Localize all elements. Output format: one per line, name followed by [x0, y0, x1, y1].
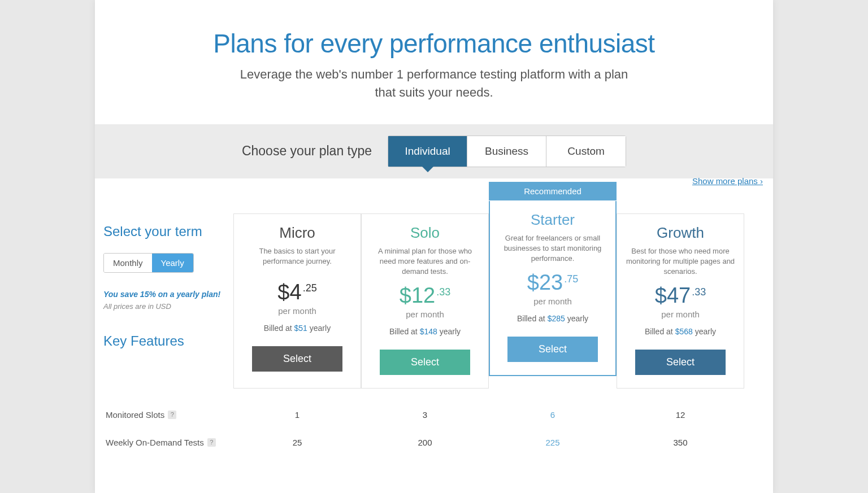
feature-value: 12: [617, 401, 744, 429]
plan-description: The basics to start your performance jou…: [242, 246, 353, 273]
billing-term-toggle: Monthly Yearly: [103, 253, 194, 273]
recommended-badge: Recommended: [489, 182, 617, 200]
billed-yearly: Billed at $148 yearly: [370, 327, 480, 336]
per-month-label: per month: [370, 309, 480, 319]
price-whole: $47: [655, 283, 691, 307]
currency-note: All prices are in USD: [103, 302, 228, 311]
select-term-title: Select your term: [103, 224, 228, 239]
term-monthly-option[interactable]: Monthly: [104, 254, 152, 272]
price-cents: .33: [692, 286, 706, 298]
plan-card: Micro The basics to start your performan…: [233, 213, 361, 389]
pricing-grid: Show more plans › Select your term Month…: [95, 178, 773, 456]
term-yearly-option[interactable]: Yearly: [152, 254, 193, 272]
feature-value: 225: [489, 429, 617, 456]
tab-custom[interactable]: Custom: [546, 136, 626, 167]
show-more-plans-link[interactable]: Show more plans ›: [692, 176, 763, 186]
plan-column-starter: Recommended Starter Great for freelancer…: [489, 201, 617, 389]
sidebar-column: Select your term Monthly Yearly You save…: [103, 201, 233, 389]
feature-value: 1: [233, 401, 361, 429]
plan-description: Great for freelancers or small businesse…: [498, 233, 607, 264]
plan-card: Growth Best for those who need more moni…: [617, 213, 744, 389]
plan-card: Solo A minimal plan for those who need m…: [361, 213, 489, 389]
plan-description: A minimal plan for those who need more f…: [370, 246, 480, 277]
price-whole: $4: [277, 280, 301, 304]
tab-business[interactable]: Business: [467, 136, 546, 167]
feature-value: 350: [617, 429, 744, 456]
price-cents: .25: [303, 282, 317, 294]
feature-value: 6: [489, 401, 617, 429]
per-month-label: per month: [242, 306, 353, 316]
yearly-savings-note: You save 15% on a yearly plan!: [103, 290, 228, 299]
feature-label-weekly-tests: Weekly On-Demand Tests ?: [103, 429, 233, 456]
select-plan-button[interactable]: Select: [252, 346, 343, 372]
plan-name: Micro: [242, 224, 353, 242]
billed-yearly: Billed at $568 yearly: [625, 327, 736, 336]
plan-name: Starter: [498, 211, 607, 229]
select-plan-button[interactable]: Select: [507, 337, 597, 362]
plan-name: Growth: [625, 224, 736, 242]
plan-type-tabs: Individual Business Custom: [388, 136, 626, 167]
plan-name: Solo: [370, 224, 480, 242]
feature-rows: Monitored Slots ? 1 3 6 12 Weekly On-Dem…: [103, 401, 744, 456]
plan-column-micro: Micro The basics to start your performan…: [233, 213, 361, 389]
billed-yearly: Billed at $285 yearly: [498, 314, 607, 323]
plan-column-solo: Solo A minimal plan for those who need m…: [361, 213, 489, 389]
plan-type-bar: Choose your plan type Individual Busines…: [95, 124, 773, 178]
price-cents: .75: [564, 273, 578, 285]
plan-description: Best for those who need more monitoring …: [625, 246, 736, 277]
plan-price: $23.75: [498, 272, 607, 293]
feature-value: 3: [361, 401, 489, 429]
feature-value: 25: [233, 429, 361, 456]
page-title: Plans for every performance enthusiast: [95, 28, 773, 59]
plan-price: $47.33: [625, 285, 736, 306]
tab-individual[interactable]: Individual: [388, 136, 467, 167]
plan-column-growth: Growth Best for those who need more moni…: [617, 213, 744, 389]
page-subtitle: Leverage the web's number 1 performance …: [231, 66, 637, 102]
select-plan-button[interactable]: Select: [635, 350, 726, 375]
per-month-label: per month: [625, 309, 736, 319]
price-whole: $23: [527, 271, 563, 294]
plan-price: $4.25: [242, 281, 353, 303]
feature-value: 200: [361, 429, 489, 456]
help-icon[interactable]: ?: [207, 438, 216, 447]
help-icon[interactable]: ?: [168, 411, 176, 419]
billed-yearly: Billed at $51 yearly: [242, 324, 353, 333]
plan-card: Starter Great for freelancers or small b…: [489, 201, 617, 376]
price-cents: .33: [436, 286, 450, 298]
key-features-heading: Key Features: [103, 333, 228, 349]
pricing-page: Plans for every performance enthusiast L…: [95, 0, 773, 493]
feature-label-monitored-slots: Monitored Slots ?: [103, 401, 233, 429]
per-month-label: per month: [498, 296, 607, 306]
plan-type-label: Choose your plan type: [242, 143, 372, 159]
select-plan-button[interactable]: Select: [380, 350, 471, 375]
price-whole: $12: [400, 283, 435, 307]
plan-price: $12.33: [370, 285, 480, 306]
